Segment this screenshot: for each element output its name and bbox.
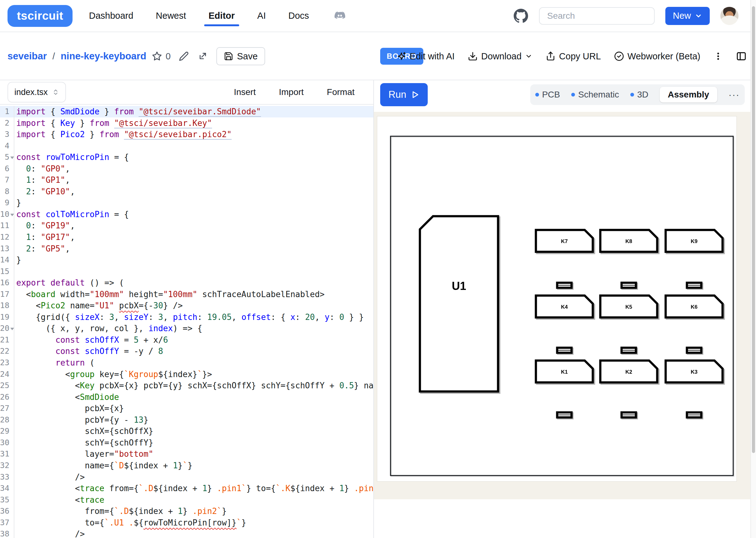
code-line[interactable]: 16export default () => ( [0,277,373,289]
key-k9[interactable]: K9 [666,230,723,252]
code-line[interactable]: 24 <group key={`Kgroup${index}`}> [0,369,373,380]
kebab-menu-icon[interactable] [714,51,723,62]
code-line[interactable]: 1import { SmdDiode } from "@tsci/seveiba… [0,106,373,118]
diode-d2[interactable] [621,283,636,288]
code-line[interactable]: 25 <Key pcbX={x} pcbY={y} schX={schOffX}… [0,380,373,392]
edit-with-ai-button[interactable]: Edit with AI [396,51,455,62]
diode-d8[interactable] [621,412,636,417]
nav-link-newest[interactable]: Newest [156,11,186,21]
key-k2[interactable]: K2 [600,360,657,382]
code-line[interactable]: 17 <board width="100mm" height="100mm" s… [0,289,373,300]
code-line[interactable]: 12 1: "GP17", [0,232,373,243]
code-line[interactable]: 27 pcbX={x} [0,403,373,414]
menu-insert[interactable]: Insert [234,87,256,97]
code-line[interactable]: 6 0: "GP0", [0,163,373,175]
run-button[interactable]: Run [380,83,428,106]
code-line[interactable]: 31 layer="bottom" [0,448,373,460]
code-line[interactable]: 7 1: "GP1", [0,174,373,186]
menu-format[interactable]: Format [327,87,355,97]
menu-import[interactable]: Import [279,87,304,97]
code-line[interactable]: 23 return ( [0,357,373,369]
discord-icon[interactable] [333,9,346,23]
assembly-canvas[interactable]: U1K7K8K9K4K5K6K1K2K3 [374,112,750,499]
key-k7[interactable]: K7 [536,230,593,252]
diode-d9[interactable] [687,412,701,417]
search-input[interactable] [539,7,655,25]
fold-chevron-icon[interactable] [10,156,14,159]
webworker-toggle[interactable]: Webworker (Beta) [614,51,700,62]
save-button[interactable]: Save [216,47,265,65]
diode-d6[interactable] [687,348,701,353]
download-button[interactable]: Download [468,51,533,62]
new-button[interactable]: New [665,7,710,25]
key-k5[interactable]: K5 [600,296,657,317]
code-line[interactable]: 33 /> [0,471,373,483]
diode-d1[interactable] [557,283,571,288]
code-line[interactable]: 3import { Pico2 } from "@tsci/seveibar.p… [0,129,373,140]
tab-assembly[interactable]: Assembly [660,87,717,102]
nav-link-docs[interactable]: Docs [288,11,309,21]
copy-url-button[interactable]: Copy URL [546,51,601,62]
code-line[interactable]: 19 {grid({ sizeX: 3, sizeY: 3, pitch: 19… [0,311,373,323]
code-line[interactable]: 36 from={`.D${index + 1} .pin2`} [0,506,373,517]
nav-link-ai[interactable]: AI [257,11,266,21]
code-editor[interactable]: 1import { SmdDiode } from "@tsci/seveiba… [0,105,373,538]
key-label: K8 [625,239,632,244]
code-line[interactable]: 15 [0,266,373,277]
code-line[interactable]: 35 <trace [0,494,373,506]
key-k4[interactable]: K4 [536,296,593,317]
key-k8[interactable]: K8 [600,230,657,252]
code-line[interactable]: 28 pcbY={y - 13} [0,414,373,426]
edit-with-ai-label: Edit with AI [410,51,455,62]
scrollbar-thumb[interactable] [752,6,755,453]
github-icon[interactable] [513,8,528,24]
code-line[interactable]: 13 2: "GP5", [0,243,373,255]
code-line[interactable]: 11 0: "GP19", [0,220,373,232]
fold-chevron-icon[interactable] [10,214,14,216]
code-line[interactable]: 32 name={`D${index + 1}`} [0,460,373,471]
code-line[interactable]: 22 const schOffY = -y / 8 [0,346,373,357]
code-line[interactable]: 10const colToMicroPin = { [0,209,373,220]
diode-d4[interactable] [557,348,571,353]
code-line[interactable]: 8 2: "GP10", [0,186,373,197]
nav-link-editor[interactable]: Editor [208,11,235,21]
diode-d3[interactable] [687,283,701,288]
code-line[interactable]: 37 to={`.U1 .${rowToMicroPin[row]}`} [0,517,373,529]
code-line[interactable]: 21 const schOffX = 5 + x/6 [0,334,373,346]
panel-toggle-icon[interactable] [736,51,747,62]
breadcrumb-project[interactable]: nine-key-keyboard [61,51,146,62]
breadcrumb-owner[interactable]: seveibar [8,51,47,62]
diode-d7[interactable] [557,412,571,417]
code-line[interactable]: 26 <SmdDiode [0,392,373,403]
line-number: 37 [0,517,9,529]
key-k6[interactable]: K6 [666,296,723,317]
tab-pcb[interactable]: PCB [535,90,560,100]
code-line[interactable]: 5const rowToMicroPin = { [0,151,373,163]
code-line[interactable]: 2import { Key } from "@tsci/seveibar.Key… [0,118,373,129]
fold-chevron-icon[interactable] [10,328,14,330]
key-k1[interactable]: K1 [536,360,593,382]
code-line[interactable]: 18 <Pico2 name="U1" pcbX={-30} /> [0,300,373,311]
code-line[interactable]: 34 <trace from={`.D${index + 1} .pin1`} … [0,483,373,494]
code-line[interactable]: 30 schY={schOffY} [0,437,373,449]
star-icon[interactable] [152,51,162,61]
component-u1[interactable]: U1 [420,216,498,392]
diode-d5[interactable] [621,348,636,353]
file-tab-selector[interactable]: index.tsx [8,82,66,102]
tab-schematic[interactable]: Schematic [571,90,619,100]
key-k3[interactable]: K3 [666,360,723,382]
code-line[interactable]: 9} [0,197,373,209]
tab-3d[interactable]: 3D [630,90,648,100]
page-scrollbar[interactable] [750,0,756,538]
code-line[interactable]: 4 [0,140,373,152]
tabs-more-icon[interactable]: ··· [728,89,740,100]
code-line[interactable]: 20 ({ x, y, row, col }, index) => { [0,323,373,334]
avatar[interactable] [720,7,738,25]
nav-link-dashboard[interactable]: Dashboard [89,11,133,21]
code-line[interactable]: 29 schX={schOffX} [0,425,373,437]
tscircuit-logo[interactable]: tscircuit [8,5,73,27]
edit-pencil-icon[interactable] [179,51,189,61]
share-external-icon[interactable] [198,51,207,61]
code-line[interactable]: 14} [0,254,373,266]
code-line[interactable]: 38 /> [0,528,373,538]
